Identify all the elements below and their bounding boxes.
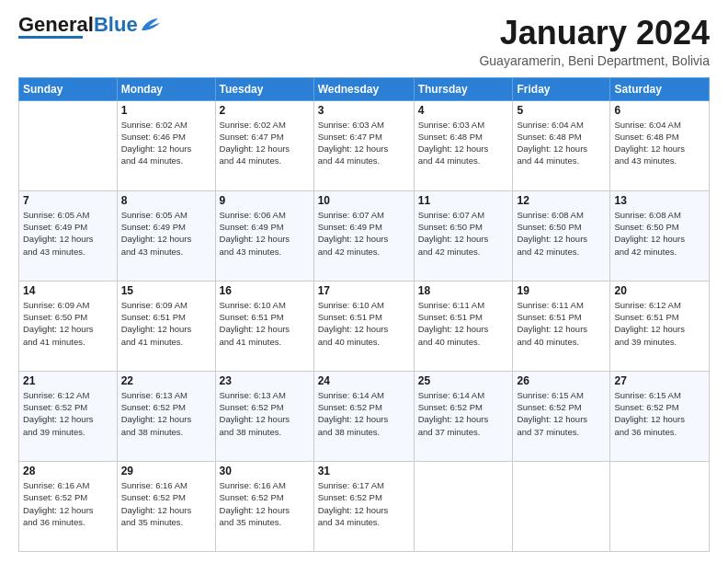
day-number: 28	[23, 465, 113, 477]
day-number: 11	[418, 194, 509, 207]
day-info: Sunrise: 6:09 AM Sunset: 6:50 PM Dayligh…	[23, 299, 113, 348]
day-info: Sunrise: 6:04 AM Sunset: 6:48 PM Dayligh…	[517, 119, 606, 167]
logo-blue: Blue	[94, 13, 138, 36]
day-number: 31	[318, 465, 410, 477]
day-info: Sunrise: 6:10 AM Sunset: 6:51 PM Dayligh…	[220, 299, 310, 348]
day-number: 10	[318, 194, 410, 207]
header-saturday: Saturday	[610, 77, 710, 100]
day-number: 9	[220, 194, 310, 207]
day-number: 5	[517, 104, 606, 117]
day-number: 25	[418, 374, 509, 387]
calendar-cell: 15Sunrise: 6:09 AM Sunset: 6:51 PM Dayli…	[117, 281, 215, 371]
calendar-cell: 13Sunrise: 6:08 AM Sunset: 6:50 PM Dayli…	[610, 190, 710, 281]
calendar-cell	[610, 461, 710, 551]
day-info: Sunrise: 6:11 AM Sunset: 6:51 PM Dayligh…	[517, 299, 606, 348]
day-number: 4	[418, 104, 509, 117]
day-number: 27	[614, 374, 705, 387]
calendar-cell: 18Sunrise: 6:11 AM Sunset: 6:51 PM Dayli…	[414, 281, 513, 371]
logo-general: General	[18, 13, 94, 36]
day-info: Sunrise: 6:09 AM Sunset: 6:51 PM Dayligh…	[121, 299, 211, 348]
day-number: 23	[220, 374, 310, 387]
day-number: 1	[121, 104, 211, 117]
header-thursday: Thursday	[414, 77, 513, 100]
day-number: 12	[517, 194, 606, 207]
header-right: January 2024 Guayaramerin, Beni Departme…	[479, 15, 710, 68]
header: GeneralBlue January 2024 Guayaramerin, B…	[18, 15, 710, 68]
location: Guayaramerin, Beni Department, Bolivia	[479, 53, 710, 68]
day-number: 13	[614, 194, 705, 207]
day-info: Sunrise: 6:07 AM Sunset: 6:50 PM Dayligh…	[418, 209, 509, 258]
day-info: Sunrise: 6:07 AM Sunset: 6:49 PM Dayligh…	[318, 209, 410, 258]
day-number: 6	[614, 104, 705, 117]
day-info: Sunrise: 6:02 AM Sunset: 6:46 PM Dayligh…	[121, 119, 211, 167]
logo-underline	[18, 36, 83, 39]
day-info: Sunrise: 6:03 AM Sunset: 6:47 PM Dayligh…	[318, 119, 410, 167]
header-friday: Friday	[513, 77, 610, 100]
calendar-week-4: 21Sunrise: 6:12 AM Sunset: 6:52 PM Dayli…	[19, 371, 710, 461]
calendar-week-3: 14Sunrise: 6:09 AM Sunset: 6:50 PM Dayli…	[19, 281, 710, 371]
month-title: January 2024	[479, 15, 710, 52]
calendar-cell: 30Sunrise: 6:16 AM Sunset: 6:52 PM Dayli…	[215, 461, 313, 551]
calendar-header-row: Sunday Monday Tuesday Wednesday Thursday…	[19, 77, 710, 100]
calendar-cell: 27Sunrise: 6:15 AM Sunset: 6:52 PM Dayli…	[610, 371, 710, 461]
day-number: 29	[121, 465, 211, 477]
day-info: Sunrise: 6:04 AM Sunset: 6:48 PM Dayligh…	[614, 119, 705, 167]
calendar-cell: 25Sunrise: 6:14 AM Sunset: 6:52 PM Dayli…	[414, 371, 513, 461]
day-info: Sunrise: 6:05 AM Sunset: 6:49 PM Dayligh…	[121, 209, 211, 258]
day-number: 26	[517, 374, 606, 387]
day-info: Sunrise: 6:12 AM Sunset: 6:52 PM Dayligh…	[23, 389, 113, 438]
day-number: 30	[220, 465, 310, 477]
day-info: Sunrise: 6:06 AM Sunset: 6:49 PM Dayligh…	[220, 209, 310, 258]
calendar-cell: 2Sunrise: 6:02 AM Sunset: 6:47 PM Daylig…	[215, 100, 313, 190]
calendar-cell: 1Sunrise: 6:02 AM Sunset: 6:46 PM Daylig…	[117, 100, 215, 190]
calendar-week-5: 28Sunrise: 6:16 AM Sunset: 6:52 PM Dayli…	[19, 461, 710, 551]
day-info: Sunrise: 6:10 AM Sunset: 6:51 PM Dayligh…	[318, 299, 410, 348]
day-number: 16	[220, 284, 310, 297]
day-info: Sunrise: 6:08 AM Sunset: 6:50 PM Dayligh…	[614, 209, 705, 258]
header-tuesday: Tuesday	[215, 77, 313, 100]
calendar-cell: 16Sunrise: 6:10 AM Sunset: 6:51 PM Dayli…	[215, 281, 313, 371]
day-info: Sunrise: 6:16 AM Sunset: 6:52 PM Dayligh…	[23, 479, 113, 528]
day-number: 8	[121, 194, 211, 207]
day-number: 2	[220, 104, 310, 117]
day-info: Sunrise: 6:02 AM Sunset: 6:47 PM Dayligh…	[220, 119, 310, 167]
day-number: 24	[318, 374, 410, 387]
calendar-cell: 26Sunrise: 6:15 AM Sunset: 6:52 PM Dayli…	[513, 371, 610, 461]
day-number: 15	[121, 284, 211, 297]
page: GeneralBlue January 2024 Guayaramerin, B…	[0, 0, 728, 563]
day-number: 3	[318, 104, 410, 117]
day-info: Sunrise: 6:08 AM Sunset: 6:50 PM Dayligh…	[517, 209, 606, 258]
logo: GeneralBlue	[18, 15, 160, 39]
calendar-cell: 24Sunrise: 6:14 AM Sunset: 6:52 PM Dayli…	[313, 371, 414, 461]
calendar-cell	[19, 100, 118, 190]
calendar-week-2: 7Sunrise: 6:05 AM Sunset: 6:49 PM Daylig…	[19, 190, 710, 281]
day-number: 7	[23, 194, 113, 207]
calendar-cell: 3Sunrise: 6:03 AM Sunset: 6:47 PM Daylig…	[313, 100, 414, 190]
logo-text: GeneralBlue	[18, 15, 138, 35]
calendar-table: Sunday Monday Tuesday Wednesday Thursday…	[18, 77, 710, 552]
calendar-cell: 4Sunrise: 6:03 AM Sunset: 6:48 PM Daylig…	[414, 100, 513, 190]
calendar-cell: 5Sunrise: 6:04 AM Sunset: 6:48 PM Daylig…	[513, 100, 610, 190]
header-sunday: Sunday	[19, 77, 118, 100]
day-info: Sunrise: 6:16 AM Sunset: 6:52 PM Dayligh…	[220, 479, 310, 528]
calendar-cell: 29Sunrise: 6:16 AM Sunset: 6:52 PM Dayli…	[117, 461, 215, 551]
calendar-cell: 7Sunrise: 6:05 AM Sunset: 6:49 PM Daylig…	[19, 190, 118, 281]
calendar-cell: 23Sunrise: 6:13 AM Sunset: 6:52 PM Dayli…	[215, 371, 313, 461]
day-info: Sunrise: 6:12 AM Sunset: 6:51 PM Dayligh…	[614, 299, 705, 348]
header-monday: Monday	[117, 77, 215, 100]
calendar-cell: 6Sunrise: 6:04 AM Sunset: 6:48 PM Daylig…	[610, 100, 710, 190]
logo-bird-icon	[140, 17, 160, 32]
calendar-cell: 22Sunrise: 6:13 AM Sunset: 6:52 PM Dayli…	[117, 371, 215, 461]
calendar-cell: 20Sunrise: 6:12 AM Sunset: 6:51 PM Dayli…	[610, 281, 710, 371]
day-number: 20	[614, 284, 705, 297]
day-info: Sunrise: 6:15 AM Sunset: 6:52 PM Dayligh…	[517, 389, 606, 438]
day-info: Sunrise: 6:16 AM Sunset: 6:52 PM Dayligh…	[121, 479, 211, 528]
day-info: Sunrise: 6:13 AM Sunset: 6:52 PM Dayligh…	[121, 389, 211, 438]
day-info: Sunrise: 6:15 AM Sunset: 6:52 PM Dayligh…	[614, 389, 705, 438]
calendar-cell: 14Sunrise: 6:09 AM Sunset: 6:50 PM Dayli…	[19, 281, 118, 371]
day-info: Sunrise: 6:17 AM Sunset: 6:52 PM Dayligh…	[318, 479, 410, 528]
calendar-cell: 10Sunrise: 6:07 AM Sunset: 6:49 PM Dayli…	[313, 190, 414, 281]
calendar-cell: 17Sunrise: 6:10 AM Sunset: 6:51 PM Dayli…	[313, 281, 414, 371]
calendar-week-1: 1Sunrise: 6:02 AM Sunset: 6:46 PM Daylig…	[19, 100, 710, 190]
day-number: 21	[23, 374, 113, 387]
